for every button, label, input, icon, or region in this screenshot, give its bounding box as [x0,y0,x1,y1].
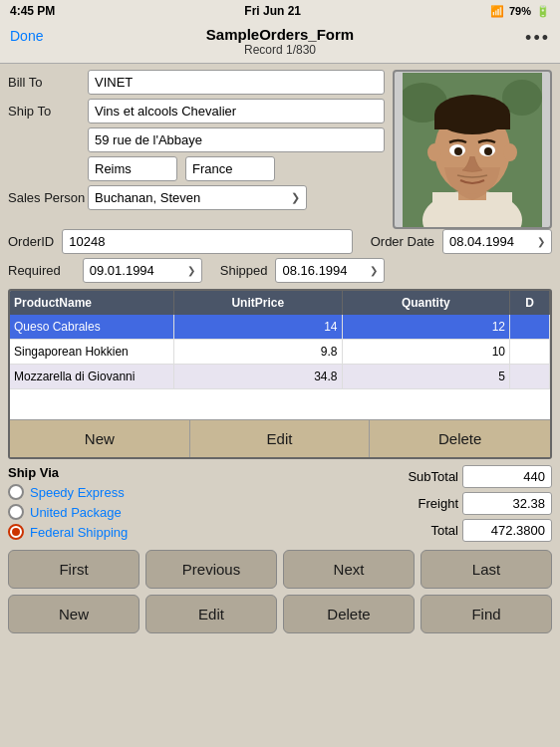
product-d-1 [510,315,550,339]
address-row [88,127,385,152]
product-price-3: 34.8 [174,365,343,388]
orderid-input[interactable] [62,229,352,254]
edit-button[interactable]: Edit [145,595,277,633]
freight-row: Freight [389,492,552,515]
orderdate-value: 08.04.1994 [449,234,514,249]
city-input[interactable] [88,156,177,181]
shipped-value: 08.16.1994 [282,263,347,278]
radio-federal-label: Federal Shipping [30,525,128,540]
table-delete-button[interactable]: Delete [370,420,550,457]
radio-united-circle[interactable] [8,504,24,520]
table-new-button[interactable]: New [10,420,190,457]
radio-federal[interactable]: Federal Shipping [8,524,345,540]
find-button[interactable]: Find [420,595,552,633]
required-label: Required [8,263,61,278]
more-button[interactable]: ••• [525,28,550,49]
subtotal-label: SubTotal [389,469,458,484]
bill-to-row: Bill To [8,70,385,95]
svg-point-11 [503,143,517,161]
address-input[interactable] [88,127,385,152]
battery-icon: 🔋 [536,5,550,18]
main-content: Bill To Ship To Sales Person Buchana [0,64,560,639]
orderdate-input[interactable]: 08.04.1994 ❯ [442,229,552,254]
person-photo [403,73,542,227]
product-name-2: Singaporean Hokkien [10,340,174,364]
photo-box [393,70,552,229]
radio-speedy-label: Speedy Express [30,485,125,500]
orderid-label: OrderID [8,234,54,249]
record-info: Record 1/830 [0,43,560,57]
status-time: 4:45 PM [10,4,55,18]
top-bar: Done SampleOrders_Form Record 1/830 ••• [0,22,560,64]
salesperson-value: Buchanan, Steven [95,190,200,205]
product-d-3 [510,365,550,388]
col-productname: ProductName [10,291,174,315]
first-button[interactable]: First [8,550,140,589]
bill-to-label: Bill To [8,75,88,90]
status-bar: 4:45 PM Fri Jun 21 📶 79% 🔋 [0,0,560,22]
date-chevron-icon: ❯ [537,236,545,247]
product-price-2: 9.8 [174,340,343,364]
required-input[interactable]: 09.01.1994 ❯ [83,258,202,283]
subtotal-value[interactable] [462,465,552,488]
required-chevron-icon: ❯ [187,265,195,276]
ship-to-label: Ship To [8,104,88,119]
delete-button[interactable]: Delete [283,595,415,633]
wifi-icon: 📶 [490,5,504,18]
shipped-label: Shipped [220,263,268,278]
shipped-input[interactable]: 08.16.1994 ❯ [275,258,385,283]
total-row: Total [389,519,552,542]
battery-level: 79% [509,5,531,17]
radio-united[interactable]: United Package [8,504,345,520]
product-qty-3: 5 [343,365,511,388]
subtotal-row: SubTotal [389,465,552,488]
status-day: Fri Jun 21 [244,4,301,18]
orderid-row: OrderID Order Date 08.04.1994 ❯ [8,229,552,254]
table-edit-button[interactable]: Edit [190,420,371,457]
col-d: D [510,291,550,315]
salesperson-button[interactable]: Buchanan, Steven ❯ [88,185,307,210]
bottom-section: Ship Via Speedy Express United Package F… [8,465,552,544]
orderdate-label: Order Date [371,234,434,249]
radio-speedy[interactable]: Speedy Express [8,484,345,500]
svg-rect-9 [434,115,510,129]
totals-section: SubTotal Freight Total [353,465,552,544]
col-unitprice: UnitPrice [174,291,343,315]
svg-point-10 [427,143,441,161]
done-button[interactable]: Done [10,28,43,44]
svg-point-14 [454,147,462,155]
product-d-2 [510,340,550,364]
radio-united-label: United Package [30,505,122,520]
next-button[interactable]: Next [283,550,415,589]
new-button[interactable]: New [8,595,140,633]
product-qty-2: 10 [343,340,511,364]
salesperson-row: Sales Person Buchanan, Steven ❯ [8,185,385,210]
freight-value[interactable] [462,492,552,515]
col-quantity: Quantity [343,291,511,315]
table-row[interactable]: Singaporean Hokkien 9.8 10 [10,340,550,365]
bill-to-input[interactable] [88,70,385,95]
action-buttons: New Edit Delete Find [8,595,552,633]
required-row: Required 09.01.1994 ❯ Shipped 08.16.1994… [8,258,552,283]
radio-federal-circle[interactable] [8,524,24,540]
product-qty-1: 12 [343,315,511,339]
chevron-right-icon: ❯ [291,191,300,204]
country-input[interactable] [185,156,275,181]
total-value[interactable] [462,519,552,542]
table-row[interactable]: Mozzarella di Giovanni 34.8 5 [10,365,550,389]
table-row[interactable]: Queso Cabrales 14 12 [10,315,550,340]
salesperson-label: Sales Person [8,190,88,205]
svg-point-15 [484,147,492,155]
city-country-row [88,156,385,181]
ship-to-row: Ship To [8,99,385,124]
empty-row [10,389,550,419]
previous-button[interactable]: Previous [145,550,277,589]
last-button[interactable]: Last [420,550,552,589]
ship-via-section: Ship Via Speedy Express United Package F… [8,465,345,544]
ship-to-input[interactable] [88,99,385,124]
radio-dot [12,528,20,536]
radio-speedy-circle[interactable] [8,484,24,500]
table-header: ProductName UnitPrice Quantity D [10,291,550,315]
total-label: Total [389,523,458,538]
product-name-3: Mozzarella di Giovanni [10,365,174,388]
